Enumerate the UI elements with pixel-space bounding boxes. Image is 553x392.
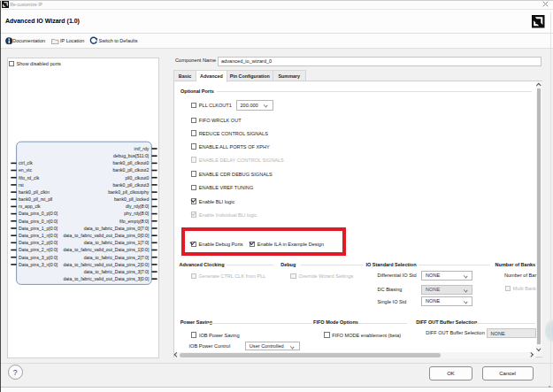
svg-text:data_to_fabric_valid_out_Data_: data_to_fabric_valid_out_Data_pins_3[0:0… bbox=[63, 276, 149, 281]
svg-text:Data_pins_0_p[0:0]: Data_pins_0_p[0:0] bbox=[19, 211, 58, 216]
svg-text:debug_bus[511:0]: debug_bus[511:0] bbox=[113, 153, 150, 158]
svg-text:Data_pins_0_n[0:0]: Data_pins_0_n[0:0] bbox=[19, 219, 58, 224]
svg-text:data_to_fabric_Data_pins_3[7:0: data_to_fabric_Data_pins_3[7:0] bbox=[84, 269, 150, 274]
svg-text:data_to_fabric_Data_pins_0[7:0: data_to_fabric_Data_pins_0[7:0] bbox=[84, 226, 150, 231]
svg-text:bank0_pll_clkout3: bank0_pll_clkout3 bbox=[113, 182, 150, 188]
svg-text:Data_pins_1_n[0:0]: Data_pins_1_n[0:0] bbox=[19, 233, 58, 238]
svg-text:bank0_pll_clkout0: bank0_pll_clkout0 bbox=[113, 160, 150, 165]
svg-text:Data_pins_1_p[0:0]: Data_pins_1_p[0:0] bbox=[19, 226, 58, 231]
svg-text:data_to_fabric_valid_out_Data_: data_to_fabric_valid_out_Data_pins_1[0:0… bbox=[63, 247, 149, 252]
svg-text:en_vtc: en_vtc bbox=[19, 167, 32, 173]
svg-text:dly_rdy[8:0]: dly_rdy[8:0] bbox=[126, 204, 150, 209]
svg-text:Data_pins_3_p[0:0]: Data_pins_3_p[0:0] bbox=[19, 255, 58, 260]
svg-text:bank0_pll_rst_pll: bank0_pll_rst_pll bbox=[19, 196, 52, 202]
svg-text:ctrl_clk: ctrl_clk bbox=[19, 160, 33, 165]
svg-text:pll0_clkout0: pll0_clkout0 bbox=[125, 175, 149, 181]
svg-text:Data_pins_2_p[0:0]: Data_pins_2_p[0:0] bbox=[19, 240, 58, 245]
svg-text:fifo_rd_clk: fifo_rd_clk bbox=[19, 175, 40, 181]
svg-text:Data_pins_2_n[0:0]: Data_pins_2_n[0:0] bbox=[19, 247, 58, 252]
svg-text:bank0_pll_locked: bank0_pll_locked bbox=[114, 196, 150, 202]
svg-text:rx_app_clk: rx_app_clk bbox=[19, 204, 41, 209]
svg-text:phy_rdy[8:0]: phy_rdy[8:0] bbox=[124, 211, 150, 216]
svg-text:data_to_fabric_Data_pins_1[7:0: data_to_fabric_Data_pins_1[7:0] bbox=[84, 240, 150, 245]
svg-text:data_to_fabric_valid_out_Data_: data_to_fabric_valid_out_Data_pins_2[0:0… bbox=[63, 262, 149, 267]
svg-text:bank0_pll_clkout2: bank0_pll_clkout2 bbox=[113, 167, 150, 173]
svg-text:intf_rdy: intf_rdy bbox=[134, 146, 150, 151]
svg-text:Data_pins_3_n[0:0]: Data_pins_3_n[0:0] bbox=[19, 262, 58, 267]
svg-text:data_to_fabric_valid_out_Data_: data_to_fabric_valid_out_Data_pins_0[0:0… bbox=[63, 233, 149, 238]
svg-text:rst: rst bbox=[19, 182, 24, 188]
svg-text:fifo_empty[8:0]: fifo_empty[8:0] bbox=[119, 219, 150, 224]
svg-text:bank0_pll_clkoutphy: bank0_pll_clkoutphy bbox=[108, 189, 150, 195]
svg-text:bank0_pll_clkin: bank0_pll_clkin bbox=[19, 189, 50, 195]
svg-text:data_to_fabric_Data_pins_2[7:0: data_to_fabric_Data_pins_2[7:0] bbox=[84, 255, 150, 260]
